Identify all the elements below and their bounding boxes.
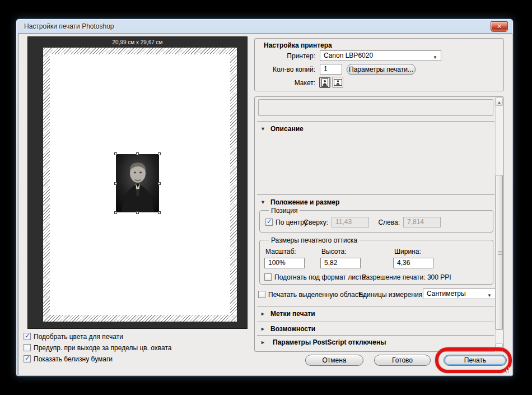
scale-label: Масштаб: <box>265 248 296 255</box>
top-offset-input[interactable]: 11,43 <box>332 217 369 227</box>
triangle-collapsed-icon: ► <box>260 340 265 345</box>
printer-setup-title: Настройка принтера <box>264 41 332 49</box>
portrait-image <box>116 154 159 212</box>
show-paper-white-checkbox[interactable]: ✓ Показать белизну бумаги <box>24 355 113 363</box>
match-colors-checkbox[interactable]: ✓ Подобрать цвета для печати <box>24 332 123 341</box>
section-description-title: Описание <box>270 125 304 133</box>
checkbox-checked-icon: ✓ <box>24 333 31 340</box>
position-group: Позиция ✓ По центру Сверху: 11,43 Слева:… <box>259 210 493 233</box>
copies-label: Кол-во копий: <box>255 66 315 73</box>
divider <box>257 322 494 322</box>
section-printing-marks-title: Метки печати <box>270 310 315 318</box>
divider <box>257 121 494 122</box>
settings-panel: ▼ Описание ▼ Положение и размер Позиция … <box>254 96 504 352</box>
triangle-collapsed-icon: ► <box>260 311 265 317</box>
printer-select-value: Canon LBP6020 <box>324 52 373 59</box>
section-features[interactable]: ► Возможности <box>255 325 490 334</box>
printer-label: Принтер: <box>255 52 315 60</box>
units-select[interactable]: Сантиметры ▼ <box>423 289 496 299</box>
selection-handle-nw[interactable] <box>114 152 117 155</box>
height-input[interactable]: 5,82 <box>320 258 361 268</box>
close-icon: ✕ <box>497 23 502 30</box>
fit-to-page-checkbox[interactable]: ✓ Подогнать под формат листа <box>264 273 366 281</box>
match-colors-label: Подобрать цвета для печати <box>34 333 123 341</box>
show-paper-white-label: Показать белизну бумаги <box>34 355 113 363</box>
selection-handle-sw[interactable] <box>114 211 117 214</box>
printer-setup-group: Настройка принтера Принтер: Canon LBP602… <box>254 38 504 91</box>
scroll-down-button[interactable]: ▼ <box>496 343 503 352</box>
scrollbar[interactable]: ▲ ▼ <box>495 97 503 352</box>
width-input[interactable]: 4,36 <box>393 258 433 268</box>
chevron-down-icon: ▼ <box>433 53 437 62</box>
height-label: Высота: <box>321 248 347 255</box>
section-position-size-title: Положение и размер <box>270 198 339 206</box>
layout-landscape-button[interactable] <box>332 77 343 88</box>
chevron-down-icon: ▼ <box>487 291 492 300</box>
selection-handle-ne[interactable] <box>158 152 161 155</box>
dialog-body: 20,99 см x 29,67 см <box>18 33 512 375</box>
triangle-expanded-icon: ▼ <box>260 199 265 205</box>
scroll-up-icon: ▲ <box>497 100 501 104</box>
checkbox-checked-icon: ✓ <box>24 355 31 363</box>
print-settings-dialog: Настройки печати Photoshop ✕ 20,99 см x … <box>16 18 514 377</box>
copies-input[interactable]: 1 <box>320 64 342 75</box>
section-postscript-title: Параметры PostScript отключены <box>273 338 386 346</box>
divider <box>257 335 494 336</box>
gamut-warning-checkbox[interactable]: ✓ Предупр. при выходе за пределы цв. охв… <box>24 343 172 352</box>
scale-input[interactable]: 100% <box>264 258 305 268</box>
section-description[interactable]: ▼ Описание <box>255 125 490 134</box>
scroll-down-icon: ▼ <box>497 346 501 350</box>
checkbox-unchecked-icon: ✓ <box>258 291 265 298</box>
triangle-expanded-icon: ▼ <box>260 126 265 132</box>
position-group-legend: Позиция <box>269 207 300 215</box>
left-offset-label: Слева: <box>373 219 400 226</box>
titlebar[interactable]: Настройки печати Photoshop ✕ <box>16 19 513 33</box>
selection-handle-s[interactable] <box>136 211 139 214</box>
top-offset-label: Сверху: <box>299 219 328 226</box>
layout-portrait-button[interactable] <box>319 77 330 88</box>
print-size-group-legend: Размеры печатного оттиска <box>269 236 360 244</box>
print-resolution-text: Разрешение печати: 300 PPI <box>362 273 451 281</box>
divider <box>257 194 494 195</box>
landscape-orientation-icon <box>334 79 342 86</box>
section-features-title: Возможности <box>270 325 315 333</box>
scroll-up-button[interactable]: ▲ <box>496 97 503 106</box>
left-offset-input[interactable]: 7,814 <box>403 217 441 227</box>
print-options-button[interactable]: Параметры печати... <box>347 64 416 75</box>
close-button[interactable]: ✕ <box>491 21 508 32</box>
scrollbar-thumb[interactable] <box>496 175 503 330</box>
done-button[interactable]: Готово <box>374 355 431 366</box>
print-selected-area-checkbox[interactable]: ✓ Печатать выделенную область <box>258 290 365 299</box>
color-management-remnant-box <box>258 99 493 116</box>
portrait-orientation-icon <box>321 78 328 87</box>
preview-photo[interactable] <box>116 154 159 212</box>
section-postscript[interactable]: ► Параметры PostScript отключены <box>255 338 490 347</box>
printer-select[interactable]: Canon LBP6020 ▼ <box>320 50 441 61</box>
checkbox-unchecked-icon: ✓ <box>24 344 31 351</box>
selection-handle-e[interactable] <box>158 182 161 185</box>
width-label: Ширина: <box>394 248 421 255</box>
window-title: Настройки печати Photoshop <box>24 22 114 30</box>
section-printing-marks[interactable]: ► Метки печати <box>255 310 490 319</box>
units-select-value: Сантиметры <box>427 290 466 298</box>
paper-size-label: 20,99 см x 29,67 см <box>28 39 247 45</box>
units-label: Единицы измерения: <box>358 291 424 299</box>
gamut-warning-label: Предупр. при выходе за пределы цв. охват… <box>34 344 172 352</box>
print-size-group: Размеры печатного оттиска Масштаб: Высот… <box>259 240 493 285</box>
scrollbar-grip-icon <box>498 253 502 253</box>
print-button[interactable]: Печать <box>444 355 507 366</box>
checkbox-unchecked-icon: ✓ <box>264 273 272 281</box>
layout-label: Макет: <box>255 79 315 87</box>
section-position-size[interactable]: ▼ Положение и размер <box>255 198 490 207</box>
cancel-button[interactable]: Отмена <box>305 355 363 366</box>
checkbox-checked-icon: ✓ <box>265 219 273 226</box>
fit-to-page-label: Подогнать под формат листа <box>274 273 366 281</box>
selection-handle-n[interactable] <box>136 152 139 155</box>
triangle-collapsed-icon: ► <box>260 326 265 332</box>
selection-handle-se[interactable] <box>158 211 161 214</box>
print-selected-area-label: Печатать выделенную область <box>268 291 365 299</box>
resize-grip[interactable] <box>503 366 509 373</box>
divider <box>257 306 494 306</box>
selection-handle-w[interactable] <box>114 182 117 185</box>
